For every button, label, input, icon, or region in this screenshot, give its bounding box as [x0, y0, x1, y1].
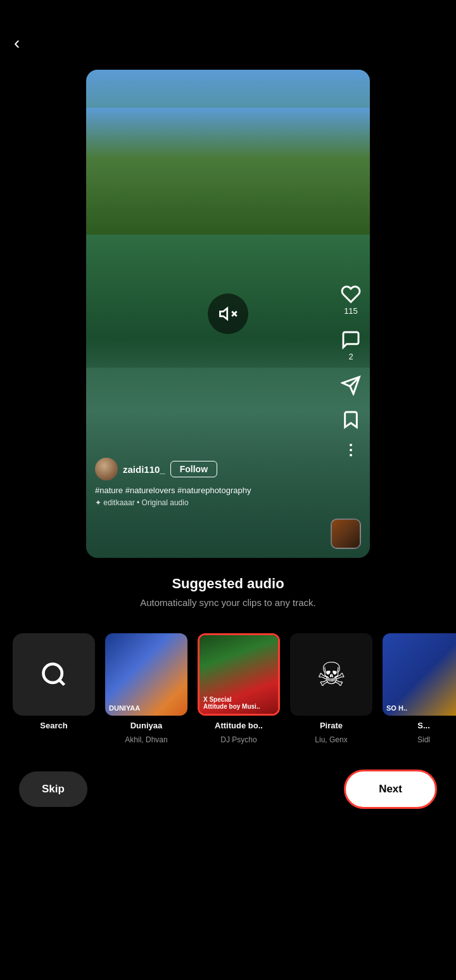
track-name-pirate: Pirate [320, 721, 343, 730]
attitude-thumb: X SpecialAttitude boy Musi.. [198, 633, 280, 716]
track-duniyaa[interactable]: DUNIYAA Duniyaa Akhil, Dhvan [105, 633, 187, 744]
dot2 [350, 449, 352, 451]
avatar-image [95, 458, 118, 480]
svg-point-5 [44, 664, 62, 683]
track-name-search: Search [40, 721, 67, 730]
bookmark-button[interactable] [341, 409, 361, 430]
user-info: zaidi110_ Follow #nature #naturelovers #… [95, 458, 326, 507]
comment-icon [341, 330, 361, 350]
bookmark-icon [341, 409, 361, 430]
attitude-label: X SpecialAttitude boy Musi.. [203, 696, 260, 710]
duniyaa-thumb: DUNIYAA [105, 633, 187, 716]
pirate-bg: ☠ [290, 633, 372, 716]
track-attitude[interactable]: X SpecialAttitude boy Musi.. Attitude bo… [198, 633, 280, 744]
track-search[interactable]: Search [13, 633, 95, 744]
audio-thumbnail[interactable] [331, 519, 361, 549]
next-button[interactable]: Next [344, 770, 437, 809]
track-name-duniyaa: Duniyaa [130, 721, 163, 730]
svg-line-6 [60, 680, 65, 685]
comment-button[interactable]: 2 [341, 330, 361, 361]
video-card: 115 2 [86, 70, 370, 558]
bottom-actions: Skip Next [0, 757, 456, 834]
track-artist-pirate: Liu, Genx [315, 735, 347, 744]
suggested-title: Suggested audio [15, 576, 441, 592]
share-icon [341, 375, 361, 396]
audio-info: ✦ editkaaar • Original audio [95, 498, 326, 507]
track-name-fifth: S... [417, 721, 430, 730]
pirate-skull-icon: ☠ [317, 655, 346, 693]
search-icon [40, 661, 68, 688]
video-background: 115 2 [86, 70, 370, 558]
like-button[interactable]: 115 [341, 284, 361, 316]
heart-icon [341, 284, 361, 304]
track-pirate[interactable]: ☠ Pirate Liu, Genx [290, 633, 372, 744]
tracks-scroll: Search DUNIYAA Duniyaa Akhil, Dhvan X Sp… [0, 621, 456, 757]
audio-thumb-bg [332, 520, 360, 548]
fifth-bg: SO H.. [383, 633, 456, 716]
track-name-attitude: Attitude bo.. [215, 721, 263, 730]
suggested-subtitle: Automatically sync your clips to any tra… [15, 597, 441, 608]
username: zaidi110_ [123, 464, 165, 475]
duniyaa-label: DUNIYAA [109, 704, 140, 712]
mute-icon [218, 304, 238, 323]
share-button[interactable] [341, 375, 361, 396]
fifth-label: SO H.. [386, 704, 407, 712]
user-row: zaidi110_ Follow [95, 458, 326, 480]
fifth-thumb: SO H.. [383, 633, 456, 716]
comment-count: 2 [348, 352, 353, 361]
track-artist-duniyaa: Akhil, Dhvan [125, 735, 167, 744]
search-thumb [13, 633, 95, 716]
trees-background [86, 108, 370, 235]
track-fifth[interactable]: SO H.. S... Sidl [383, 633, 456, 744]
back-button[interactable]: ‹ [14, 33, 20, 53]
svg-marker-0 [220, 308, 227, 319]
pirate-thumb: ☠ [290, 633, 372, 716]
mute-button[interactable] [208, 293, 248, 334]
avatar [95, 458, 118, 480]
dot3 [350, 454, 352, 456]
suggested-section: Suggested audio Automatically sync your … [0, 558, 456, 621]
dot1 [350, 444, 352, 446]
follow-button[interactable]: Follow [170, 461, 217, 477]
track-artist-attitude: DJ Psycho [220, 735, 256, 744]
more-options-button[interactable] [350, 444, 352, 456]
right-actions: 115 2 [341, 284, 361, 456]
track-artist-fifth: Sidl [417, 735, 430, 744]
duniyaa-bg: DUNIYAA [105, 633, 187, 716]
skip-button[interactable]: Skip [19, 771, 87, 807]
like-count: 115 [344, 306, 358, 316]
attitude-bg: X SpecialAttitude boy Musi.. [200, 635, 278, 714]
hashtags: #nature #naturelovers #naturephotography [95, 486, 326, 495]
